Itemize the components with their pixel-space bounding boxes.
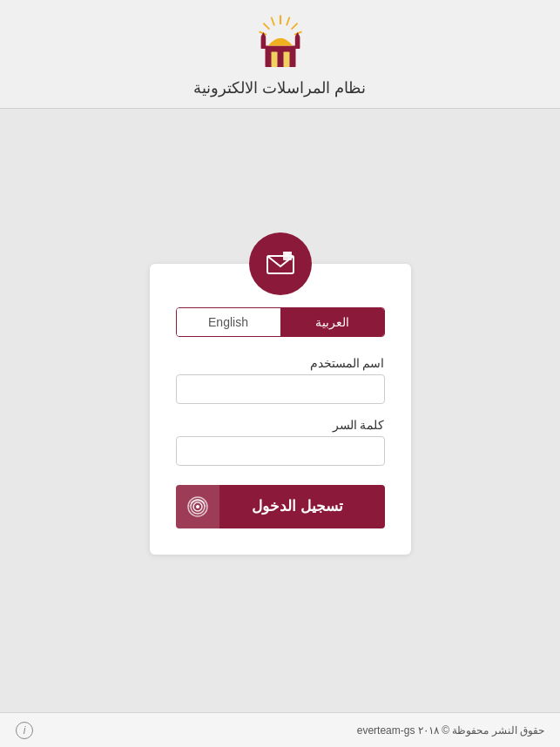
svg-point-19 [196,505,199,508]
tab-english[interactable]: English [177,308,280,336]
login-card: English العربية اسم المستخدم كلمة السر [150,264,411,555]
username-label: اسم المستخدم [176,356,385,370]
svg-line-7 [271,17,274,26]
svg-line-4 [287,17,290,26]
svg-rect-12 [294,37,300,49]
login-button[interactable]: تسجيل الدخول [176,485,385,528]
logo [250,12,311,73]
svg-rect-0 [265,46,295,68]
copyright-text: حقوق النشر محفوظة © ٢٠١٨ everteam-gs [357,724,544,737]
svg-rect-10 [260,37,266,49]
svg-rect-1 [271,52,277,68]
info-icon[interactable]: i [16,722,33,739]
svg-line-8 [263,24,269,30]
password-label: كلمة السر [176,418,385,432]
tab-arabic[interactable]: العربية [280,308,384,336]
svg-rect-2 [283,52,289,68]
svg-line-5 [291,24,297,30]
main-content: English العربية اسم المستخدم كلمة السر [0,109,560,712]
fingerprint-icon [176,485,219,528]
language-tabs: English العربية [176,307,385,337]
login-button-label: تسجيل الدخول [219,497,385,515]
username-input[interactable] [176,374,385,404]
footer: i حقوق النشر محفوظة © ٢٠١٨ everteam-gs [0,712,560,747]
mail-icon [264,247,297,280]
app-title: نظام المراسلات الالكترونية [193,78,366,98]
app-header: نظام المراسلات الالكترونية [0,0,560,109]
mail-icon-circle [249,232,312,295]
logo-svg [250,12,311,73]
password-input[interactable] [176,436,385,466]
